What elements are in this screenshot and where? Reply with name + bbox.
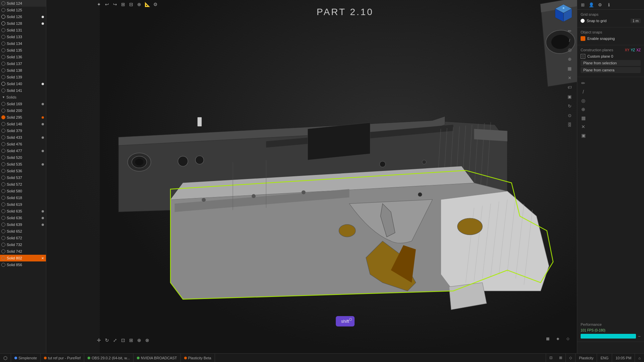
sidebar-item[interactable]: Solid 635 [0,208,46,215]
snap-tool[interactable]: ⊕ [136,1,143,8]
sb-grid-toggle[interactable]: ⊞ [556,354,566,362]
settings-tool[interactable]: ⚙ [152,1,159,8]
grid-icon[interactable]: ▦ [566,64,574,72]
plane-from-selection-btn[interactable]: Plane from selection [581,60,641,66]
sidebar-item[interactable]: Solid 618 [0,194,46,201]
sidebar-item[interactable]: Solid 742 [0,248,46,255]
sidebar-item[interactable]: Solid 140 [0,80,46,87]
sidebar-item[interactable]: Solid 124 [0,0,46,7]
sidebar-item[interactable]: Solid 169 [0,101,46,107]
group-tool[interactable]: ⊞ [119,1,127,8]
sb-simplenote[interactable]: Simplenote [11,354,41,362]
extra-tool[interactable]: ⊗ [144,337,151,344]
viewport[interactable]: PART 2.10 ✦ ↩ ↪ ⊞ ⊟ ⊕ 📐 ⚙ [46,0,644,353]
sidebar-item[interactable]: Solid 135 [0,47,46,54]
sidebar-item[interactable]: Solid 856 [0,261,46,268]
nav-cube[interactable] [553,3,574,23]
pencil-tool-icon[interactable]: ✏ [579,79,587,87]
axis-xy-btn[interactable]: XY [625,48,629,52]
sidebar-item[interactable]: Solid 732 [0,241,46,248]
sidebar-item[interactable]: Solid 138 [0,67,46,74]
user-icon[interactable]: 👤 [588,1,595,8]
snap-object-icon[interactable]: ◈ [554,335,562,343]
move-tool[interactable]: ✛ [95,337,103,344]
sb-lang[interactable]: ENG [597,354,612,362]
sidebar-item[interactable]: Solid 572 [0,181,46,188]
sb-left-sidebar-toggle[interactable]: ⊡ [546,354,556,362]
boolean-tool[interactable]: ⊕ [136,337,143,344]
measure-tool[interactable]: 📐 [144,1,151,8]
sb-pureref[interactable]: tut ref pur - PureRef [41,354,84,362]
sidebar-item[interactable]: Solid 141 [0,87,46,94]
sidebar-item[interactable]: Solid 636 [0,215,46,221]
sidebar-item[interactable]: Solid 125 [0,7,46,13]
sidebar-item[interactable]: Solid 136 [0,54,46,60]
info-icon[interactable]: ℹ [605,1,612,8]
sidebar-item[interactable]: Solid 537 [0,174,46,181]
perf-minus-btn[interactable]: − [638,334,641,339]
crosshair-icon[interactable]: ⊕ [566,55,574,63]
close-x[interactable]: ✕ [41,256,44,260]
ungroup-tool[interactable]: ⊟ [127,1,135,8]
undo-button[interactable]: ↩ [103,1,111,8]
tag-icon[interactable]: 🏷 [566,83,574,91]
x-tool-icon[interactable]: ✕ [579,123,587,131]
sidebar-item[interactable]: Solid 535 [0,161,46,168]
axis-yz-btn[interactable]: YZ [631,48,635,52]
sidebar-item[interactable]: Solid 379 [0,127,46,134]
sidebar-item[interactable]: Solid 536 [0,168,46,174]
cursor-tool[interactable]: ✦ [95,1,103,8]
sidebar-item[interactable]: Solid 639 [0,221,46,228]
sb-obs[interactable]: OBS 29.0.2 (64-bit, w... [84,354,133,362]
sidebar-item[interactable]: Solid 200 [0,107,46,114]
axis-xz-btn[interactable]: XZ [636,48,641,52]
edit-curve-icon[interactable]: ✏ [566,27,574,35]
sidebar-item[interactable]: Solid 133 [0,34,46,40]
sidebar-item[interactable]: Solid 131 [0,27,46,34]
sidebar-item[interactable]: Solid 520 [0,154,46,161]
sb-icon-item[interactable]: ⬡ [0,354,11,362]
slash-tool-icon[interactable]: / [579,88,587,96]
scale-tool[interactable]: ⤢ [111,337,119,344]
sidebar-item[interactable]: Solid 148 [0,121,46,127]
sidebar-item[interactable]: Solid 126 [0,13,46,20]
sb-nvidia[interactable]: NVIDIA BROADCAST [133,354,181,362]
sidebar-item[interactable]: Solid 128 [0,20,46,27]
array-tool[interactable]: ⊞ [127,337,135,344]
snap-vert-icon[interactable]: ◇ [564,335,572,343]
sb-unknown1[interactable]: ◇ [566,354,576,362]
square-tool-icon[interactable]: ▦ [579,114,587,122]
zoom-icon[interactable]: ⊙ [566,111,574,119]
snap-grid-icon[interactable]: ▦ [544,335,552,343]
sidebar-item[interactable]: Solid 619 [0,201,46,208]
solids-section-header[interactable]: ▼ Solids [0,94,46,101]
circle-tool-icon[interactable]: ◎ [579,97,587,105]
sidebar-item[interactable]: Solid 134 [0,40,46,47]
target-icon[interactable]: ◎ [566,46,574,54]
mirror-tool[interactable]: ⊡ [119,337,127,344]
sidebar-item[interactable]: Solid 802✕ [0,255,46,261]
sidebar-item[interactable]: Solid 580 [0,188,46,194]
plane-x-icon[interactable]: ✕ [566,74,574,82]
settings-icon[interactable]: ⚙ [597,1,603,8]
plane-from-camera-btn[interactable]: Plane from camera [581,67,641,73]
draw-icon[interactable]: / [566,36,574,44]
sidebar-item[interactable]: Solid 295 [0,114,46,121]
sidebar-item[interactable]: Solid 476 [0,141,46,147]
layer-icon[interactable]: ▣ [566,93,574,101]
grid-snap-value[interactable]: 1 m [631,18,641,23]
grid-view-icon[interactable]: ⊞ [579,1,586,8]
sidebar-scroll[interactable]: Solid 124Solid 125Solid 126Solid 128Soli… [0,0,46,362]
rotate-tool[interactable]: ↻ [103,337,111,344]
sidebar-item[interactable]: Solid 477 [0,147,46,154]
plus-tool-icon[interactable]: ⊕ [579,105,587,113]
sb-system-tray[interactable]: ⌂ [635,354,644,362]
sidebar-item[interactable]: Solid 672 [0,235,46,241]
sidebar-item[interactable]: Solid 137 [0,60,46,67]
sidebar-item[interactable]: Solid 652 [0,228,46,235]
redo-button[interactable]: ↪ [111,1,119,8]
sidebar-item[interactable]: Solid 139 [0,74,46,80]
database-icon[interactable]: 🗄 [566,121,574,129]
refresh-icon[interactable]: ↻ [566,102,574,110]
snap-to-grid-checkbox[interactable] [581,19,585,23]
